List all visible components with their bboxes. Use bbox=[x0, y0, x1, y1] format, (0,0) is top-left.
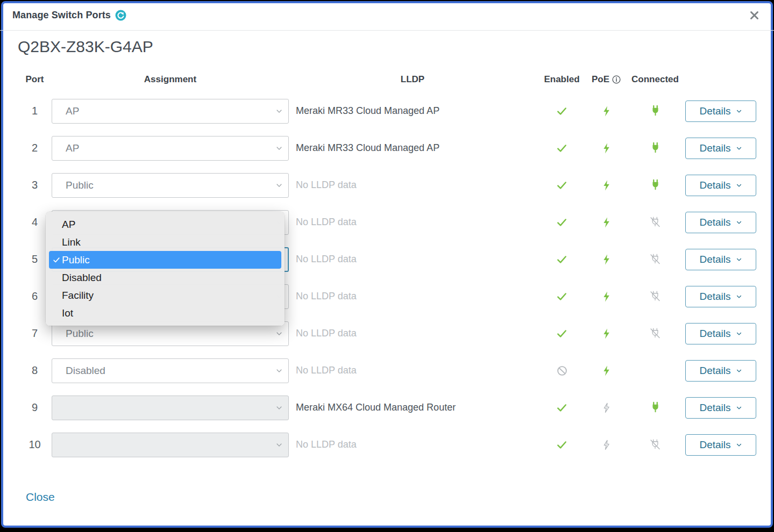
chevron-down-icon bbox=[736, 256, 742, 263]
poe-bolt-icon bbox=[601, 328, 612, 340]
close-icon[interactable] bbox=[748, 9, 761, 22]
assignment-select-value: Public bbox=[66, 179, 94, 191]
check-icon bbox=[556, 438, 568, 451]
lldp-text: No LLDP data bbox=[289, 254, 536, 265]
chevron-down-icon bbox=[275, 330, 283, 337]
enabled-cell bbox=[536, 438, 587, 451]
details-button-label: Details bbox=[699, 328, 730, 340]
assignment-select-value: AP bbox=[66, 105, 79, 117]
dropdown-option-ap[interactable]: AP bbox=[49, 215, 281, 233]
details-button[interactable]: Details bbox=[685, 397, 756, 419]
modal-header: Manage Switch Ports bbox=[0, 0, 774, 31]
check-icon bbox=[556, 327, 568, 340]
assignment-select[interactable]: AP bbox=[52, 99, 289, 124]
enabled-cell bbox=[536, 327, 587, 340]
check-icon bbox=[556, 216, 568, 228]
details-button[interactable]: Details bbox=[685, 360, 756, 382]
lldp-text: No LLDP data bbox=[289, 291, 536, 302]
dropdown-option-link[interactable]: Link bbox=[49, 233, 281, 251]
poe-cell bbox=[587, 328, 625, 340]
poe-bolt-icon bbox=[601, 217, 612, 228]
chevron-down-icon bbox=[736, 330, 742, 337]
dropdown-option-iot[interactable]: Iot bbox=[49, 304, 281, 322]
column-header-connected: Connected bbox=[625, 74, 685, 85]
dropdown-option-public[interactable]: Public bbox=[49, 251, 281, 269]
column-header-lldp: LLDP bbox=[289, 74, 536, 85]
refresh-badge-icon[interactable] bbox=[115, 10, 126, 21]
poe-bolt-icon bbox=[601, 291, 612, 303]
plug-disconnected-icon bbox=[649, 253, 661, 265]
details-button[interactable]: Details bbox=[685, 100, 756, 122]
details-button[interactable]: Details bbox=[685, 175, 756, 196]
info-icon[interactable] bbox=[612, 75, 621, 84]
column-header-enabled: Enabled bbox=[536, 74, 587, 85]
assignment-select[interactable] bbox=[52, 433, 289, 457]
check-icon bbox=[556, 179, 568, 191]
dropdown-option-facility[interactable]: Facility bbox=[49, 286, 281, 304]
details-button-label: Details bbox=[699, 439, 730, 451]
chevron-down-icon bbox=[736, 293, 742, 300]
lldp-text: Meraki MR33 Cloud Managed AP bbox=[289, 142, 536, 154]
chevron-down-icon bbox=[736, 219, 742, 226]
connected-cell bbox=[625, 216, 685, 228]
port-number: 1 bbox=[18, 105, 52, 117]
details-button-label: Details bbox=[699, 291, 730, 303]
enabled-cell bbox=[536, 216, 587, 228]
enabled-cell bbox=[536, 105, 587, 117]
check-icon bbox=[556, 290, 568, 303]
dropdown-option-label: Public bbox=[62, 254, 90, 266]
column-header-poe: PoE bbox=[587, 74, 625, 85]
connected-cell bbox=[625, 438, 685, 451]
details-button[interactable]: Details bbox=[685, 249, 756, 270]
poe-cell bbox=[587, 254, 625, 265]
dropdown-option-label: Facility bbox=[62, 290, 94, 301]
assignment-select[interactable] bbox=[52, 396, 289, 420]
details-button-label: Details bbox=[699, 217, 730, 228]
chevron-down-icon bbox=[736, 108, 742, 114]
port-number: 7 bbox=[18, 327, 52, 340]
details-button[interactable]: Details bbox=[685, 212, 756, 233]
details-button[interactable]: Details bbox=[685, 286, 756, 307]
lldp-text: No LLDP data bbox=[289, 328, 536, 339]
connected-cell bbox=[625, 105, 685, 117]
dropdown-option-label: Disabled bbox=[62, 272, 102, 284]
assignment-select[interactable]: AP bbox=[52, 136, 289, 161]
plug-connected-icon bbox=[650, 142, 661, 154]
details-button-label: Details bbox=[699, 402, 730, 414]
dropdown-option-disabled[interactable]: Disabled bbox=[49, 269, 281, 286]
chevron-down-icon bbox=[736, 182, 742, 189]
assignment-select[interactable]: Public bbox=[52, 173, 289, 198]
plug-disconnected-icon bbox=[649, 290, 661, 303]
assignment-select-value: Disabled bbox=[66, 365, 105, 377]
connected-cell bbox=[625, 142, 685, 154]
lldp-text: No LLDP data bbox=[289, 217, 536, 228]
plug-disconnected-icon bbox=[649, 438, 661, 451]
table-row: 3 Public No LLDP data Details bbox=[18, 167, 756, 204]
lldp-text: Meraki MX64 Cloud Managed Router bbox=[289, 402, 536, 413]
chevron-down-icon bbox=[275, 441, 283, 449]
poe-cell bbox=[587, 365, 625, 377]
poe-bolt-inactive-icon bbox=[601, 402, 612, 414]
details-button[interactable]: Details bbox=[685, 434, 756, 456]
table-row: 10 No LLDP data Details bbox=[18, 426, 756, 463]
details-button-label: Details bbox=[699, 105, 730, 117]
details-button-label: Details bbox=[699, 365, 730, 377]
assignment-select[interactable]: Disabled bbox=[52, 358, 289, 383]
close-link[interactable]: Close bbox=[26, 491, 55, 504]
plug-disconnected-icon bbox=[649, 327, 661, 340]
poe-cell bbox=[587, 217, 625, 228]
column-header-assignment: Assignment bbox=[52, 74, 289, 85]
enabled-cell bbox=[536, 290, 587, 303]
poe-bolt-icon bbox=[601, 179, 612, 191]
chevron-down-icon bbox=[736, 442, 742, 448]
details-button[interactable]: Details bbox=[685, 138, 756, 159]
details-button-label: Details bbox=[699, 254, 730, 265]
chevron-down-icon bbox=[736, 368, 742, 374]
enabled-cell bbox=[536, 179, 587, 191]
plug-connected-icon bbox=[650, 179, 661, 191]
enabled-cell bbox=[536, 401, 587, 414]
poe-cell bbox=[587, 439, 625, 451]
enabled-cell bbox=[536, 253, 587, 265]
details-button-label: Details bbox=[699, 142, 730, 154]
details-button[interactable]: Details bbox=[685, 323, 756, 344]
